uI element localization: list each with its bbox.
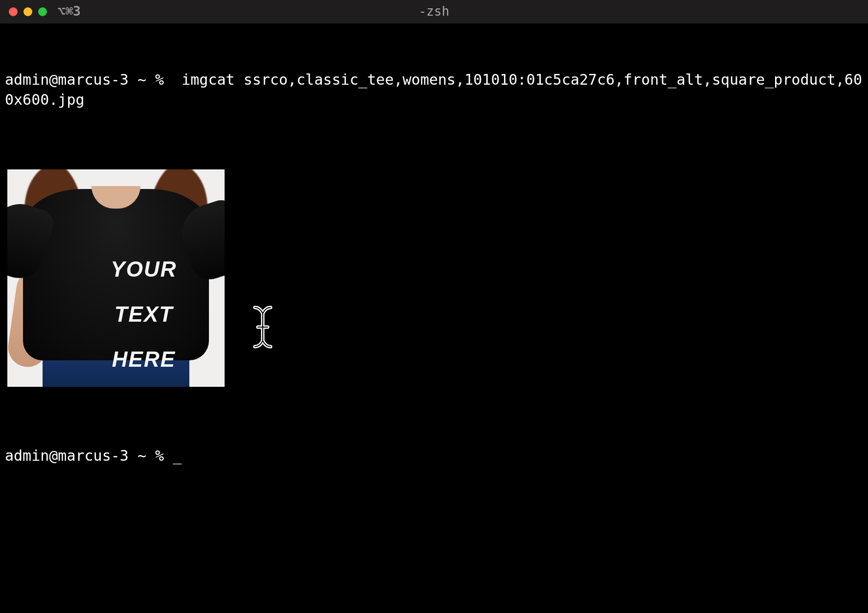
shell-prompt-active[interactable]: admin@marcus-3 ~ % (5, 447, 182, 464)
terminal-line-1: admin@marcus-3 ~ % imgcat ssrco,classic_… (5, 70, 863, 110)
zoom-window-button[interactable] (38, 7, 47, 16)
imgcat-inline-image: YOUR TEXT HERE (7, 169, 225, 387)
tshirt-line-1: YOUR (111, 257, 177, 281)
tshirt-line-2: TEXT (114, 302, 173, 326)
terminal-viewport[interactable]: admin@marcus-3 ~ % imgcat ssrco,classic_… (0, 24, 868, 486)
tshirt-line-3: HERE (112, 347, 176, 371)
window-process-title: -zsh (419, 3, 450, 20)
window-shortcut-hint: ⌥⌘3 (58, 3, 81, 20)
traffic-lights (9, 7, 47, 16)
shell-prompt: admin@marcus-3 ~ % (5, 71, 173, 88)
close-window-button[interactable] (9, 7, 18, 16)
minimize-window-button[interactable] (23, 7, 32, 16)
tshirt-print-text: YOUR TEXT HERE (23, 236, 209, 387)
window-titlebar: ⌥⌘3 -zsh (0, 0, 868, 24)
terminal-line-2: admin@marcus-3 ~ % (5, 446, 863, 466)
